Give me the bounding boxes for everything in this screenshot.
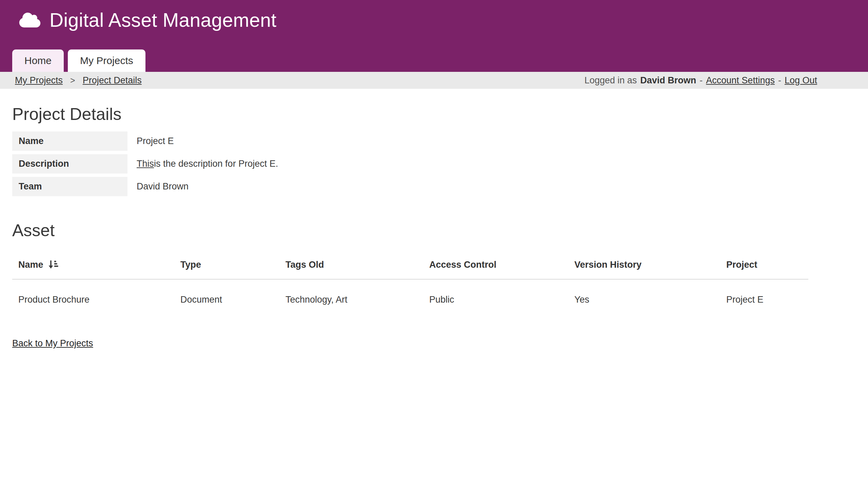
detail-value-team: David Brown bbox=[137, 177, 189, 196]
detail-label-name: Name bbox=[12, 131, 127, 151]
detail-row-description: Description This is the description for … bbox=[12, 154, 868, 174]
session-info: Logged in as David Brown - Account Setti… bbox=[585, 75, 817, 86]
brand: Digital Asset Management bbox=[0, 0, 868, 31]
detail-row-team: Team David Brown bbox=[12, 177, 868, 196]
session-prefix: Logged in as bbox=[585, 75, 637, 86]
session-username: David Brown bbox=[640, 75, 696, 86]
asset-heading: Asset bbox=[12, 200, 868, 240]
cell-asset-type: Document bbox=[174, 294, 279, 305]
detail-value-description: This is the description for Project E. bbox=[137, 154, 278, 174]
topbar: My Projects > Project Details Logged in … bbox=[0, 72, 868, 89]
tab-my-projects[interactable]: My Projects bbox=[68, 49, 145, 72]
column-header-version-history: Version History bbox=[568, 259, 720, 270]
cell-asset-project: Project E bbox=[720, 294, 808, 305]
project-details-heading: Project Details bbox=[12, 89, 868, 124]
breadcrumb-project-details[interactable]: Project Details bbox=[83, 75, 142, 86]
column-header-name[interactable]: Name bbox=[12, 259, 174, 270]
tab-home[interactable]: Home bbox=[12, 49, 64, 72]
main-content: Project Details Name Project E Descripti… bbox=[0, 89, 868, 349]
log-out-link[interactable]: Log Out bbox=[785, 75, 817, 86]
description-text: is the description for Project E. bbox=[154, 159, 278, 169]
tab-bar: Home My Projects bbox=[12, 49, 145, 72]
column-header-project: Project bbox=[720, 259, 808, 270]
asset-table: Name Type Tags Old Access Control Versio… bbox=[12, 249, 808, 321]
cell-asset-name: Product Brochure bbox=[12, 294, 174, 305]
detail-label-description: Description bbox=[12, 154, 127, 174]
column-header-access-control: Access Control bbox=[423, 259, 568, 270]
column-header-tags-old: Tags Old bbox=[279, 259, 423, 270]
detail-value-name: Project E bbox=[137, 131, 174, 151]
project-details-list: Name Project E Description This is the d… bbox=[12, 131, 868, 196]
chevron-right-icon: > bbox=[70, 76, 75, 85]
description-this-link[interactable]: This bbox=[137, 159, 154, 169]
breadcrumb: My Projects > Project Details bbox=[15, 75, 142, 86]
cell-asset-tags: Technology, Art bbox=[279, 294, 423, 305]
session-separator: - bbox=[778, 75, 781, 86]
session-separator: - bbox=[699, 75, 703, 86]
table-row: Product Brochure Document Technology, Ar… bbox=[12, 280, 808, 321]
column-header-type: Type bbox=[174, 259, 279, 270]
sort-amount-down-icon[interactable] bbox=[47, 259, 58, 270]
asset-table-header: Name Type Tags Old Access Control Versio… bbox=[12, 249, 808, 280]
breadcrumb-my-projects[interactable]: My Projects bbox=[15, 75, 63, 86]
cell-asset-version: Yes bbox=[568, 294, 720, 305]
account-settings-link[interactable]: Account Settings bbox=[706, 75, 775, 86]
tab-my-projects-label: My Projects bbox=[80, 55, 133, 66]
app-header: Digital Asset Management Home My Project… bbox=[0, 0, 868, 72]
page-title: Digital Asset Management bbox=[50, 9, 276, 31]
detail-label-team: Team bbox=[12, 177, 127, 196]
cloud-icon bbox=[19, 12, 41, 28]
cell-asset-access: Public bbox=[423, 294, 568, 305]
detail-row-name: Name Project E bbox=[12, 131, 868, 151]
back-to-my-projects-link[interactable]: Back to My Projects bbox=[12, 338, 93, 349]
tab-home-label: Home bbox=[24, 55, 52, 66]
